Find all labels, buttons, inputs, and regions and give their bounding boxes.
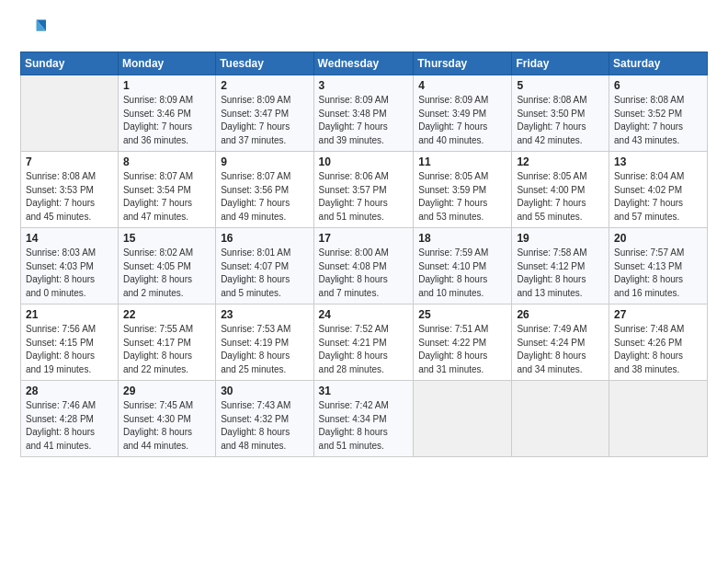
day-number: 12 [517, 155, 604, 168]
day-info: Sunrise: 7:49 AM Sunset: 4:24 PM Dayligh… [517, 323, 604, 376]
day-number: 15 [123, 232, 210, 245]
day-number: 11 [418, 155, 506, 168]
day-number: 31 [319, 385, 409, 397]
day-number: 1 [123, 79, 210, 92]
day-info: Sunrise: 7:51 AM Sunset: 4:22 PM Dayligh… [418, 323, 506, 376]
day-info: Sunrise: 7:58 AM Sunset: 4:12 PM Dayligh… [517, 247, 604, 300]
day-number: 19 [517, 232, 604, 245]
calendar-day-cell: 4Sunrise: 8:09 AM Sunset: 3:49 PM Daylig… [414, 75, 512, 152]
calendar-day-cell: 10Sunrise: 8:06 AM Sunset: 3:57 PM Dayli… [313, 152, 414, 228]
day-info: Sunrise: 8:02 AM Sunset: 4:05 PM Dayligh… [123, 247, 210, 300]
day-info: Sunrise: 7:59 AM Sunset: 4:10 PM Dayligh… [418, 247, 506, 300]
calendar-day-cell: 16Sunrise: 8:01 AM Sunset: 4:07 PM Dayli… [216, 228, 313, 304]
day-number: 20 [614, 232, 702, 245]
weekday-header-cell: Monday [118, 52, 215, 75]
calendar-day-cell: 15Sunrise: 8:02 AM Sunset: 4:05 PM Dayli… [118, 228, 215, 304]
calendar-day-cell [21, 75, 119, 152]
day-info: Sunrise: 8:09 AM Sunset: 3:46 PM Dayligh… [123, 94, 210, 147]
calendar-day-cell: 7Sunrise: 8:08 AM Sunset: 3:53 PM Daylig… [21, 152, 119, 228]
calendar-day-cell: 25Sunrise: 7:51 AM Sunset: 4:22 PM Dayli… [414, 304, 512, 381]
day-info: Sunrise: 7:56 AM Sunset: 4:15 PM Dayligh… [26, 323, 113, 376]
day-number: 22 [123, 308, 210, 321]
calendar-day-cell: 3Sunrise: 8:09 AM Sunset: 3:48 PM Daylig… [313, 75, 414, 152]
calendar-day-cell: 26Sunrise: 7:49 AM Sunset: 4:24 PM Dayli… [512, 304, 609, 381]
calendar-day-cell: 23Sunrise: 7:53 AM Sunset: 4:19 PM Dayli… [216, 304, 313, 381]
weekday-header-cell: Friday [512, 52, 609, 75]
day-number: 7 [26, 155, 113, 168]
day-info: Sunrise: 7:46 AM Sunset: 4:28 PM Dayligh… [26, 399, 113, 453]
day-number: 17 [319, 232, 409, 245]
day-number: 2 [221, 79, 308, 92]
calendar-day-cell: 14Sunrise: 8:03 AM Sunset: 4:03 PM Dayli… [21, 228, 119, 304]
weekday-header-cell: Sunday [21, 52, 119, 75]
calendar-week-row: 1Sunrise: 8:09 AM Sunset: 3:46 PM Daylig… [21, 75, 708, 152]
weekday-header-cell: Saturday [609, 52, 708, 75]
calendar-day-cell: 8Sunrise: 8:07 AM Sunset: 3:54 PM Daylig… [118, 152, 215, 228]
day-info: Sunrise: 8:04 AM Sunset: 4:02 PM Dayligh… [614, 170, 702, 224]
calendar-day-cell: 21Sunrise: 7:56 AM Sunset: 4:15 PM Dayli… [21, 304, 119, 381]
day-info: Sunrise: 8:08 AM Sunset: 3:53 PM Dayligh… [26, 170, 113, 224]
day-number: 4 [418, 79, 506, 92]
calendar-table: SundayMondayTuesdayWednesdayThursdayFrid… [20, 52, 708, 457]
day-info: Sunrise: 7:57 AM Sunset: 4:13 PM Dayligh… [614, 247, 702, 300]
day-info: Sunrise: 7:45 AM Sunset: 4:30 PM Dayligh… [123, 399, 210, 453]
day-number: 18 [418, 232, 506, 245]
logo-icon [20, 17, 46, 42]
day-info: Sunrise: 8:07 AM Sunset: 3:54 PM Dayligh… [123, 170, 210, 224]
calendar-body: 1Sunrise: 8:09 AM Sunset: 3:46 PM Daylig… [21, 75, 708, 457]
day-info: Sunrise: 7:53 AM Sunset: 4:19 PM Dayligh… [221, 323, 308, 376]
calendar-day-cell [609, 381, 708, 457]
day-info: Sunrise: 8:00 AM Sunset: 4:08 PM Dayligh… [319, 247, 409, 300]
calendar-day-cell: 20Sunrise: 7:57 AM Sunset: 4:13 PM Dayli… [609, 228, 708, 304]
calendar-day-cell: 17Sunrise: 8:00 AM Sunset: 4:08 PM Dayli… [313, 228, 414, 304]
day-number: 24 [319, 308, 409, 321]
day-info: Sunrise: 8:01 AM Sunset: 4:07 PM Dayligh… [221, 247, 308, 300]
calendar-day-cell: 2Sunrise: 8:09 AM Sunset: 3:47 PM Daylig… [216, 75, 313, 152]
day-info: Sunrise: 8:09 AM Sunset: 3:48 PM Dayligh… [319, 94, 409, 147]
logo [20, 17, 50, 42]
calendar-day-cell: 31Sunrise: 7:42 AM Sunset: 4:34 PM Dayli… [313, 381, 414, 457]
weekday-header-cell: Tuesday [216, 52, 313, 75]
weekday-header-cell: Thursday [414, 52, 512, 75]
calendar-day-cell: 24Sunrise: 7:52 AM Sunset: 4:21 PM Dayli… [313, 304, 414, 381]
day-info: Sunrise: 8:08 AM Sunset: 3:50 PM Dayligh… [517, 94, 604, 147]
day-number: 14 [26, 232, 113, 245]
day-number: 9 [221, 155, 308, 168]
calendar-week-row: 14Sunrise: 8:03 AM Sunset: 4:03 PM Dayli… [21, 228, 708, 304]
day-number: 30 [221, 385, 308, 397]
day-number: 6 [614, 79, 702, 92]
calendar-day-cell: 12Sunrise: 8:05 AM Sunset: 4:00 PM Dayli… [512, 152, 609, 228]
calendar-day-cell [414, 381, 512, 457]
calendar-day-cell: 30Sunrise: 7:43 AM Sunset: 4:32 PM Dayli… [216, 381, 313, 457]
day-info: Sunrise: 8:08 AM Sunset: 3:52 PM Dayligh… [614, 94, 702, 147]
day-info: Sunrise: 8:05 AM Sunset: 3:59 PM Dayligh… [418, 170, 506, 224]
calendar-day-cell: 29Sunrise: 7:45 AM Sunset: 4:30 PM Dayli… [118, 381, 215, 457]
day-number: 27 [614, 308, 702, 321]
calendar-day-cell [512, 381, 609, 457]
day-number: 29 [123, 385, 210, 397]
calendar-day-cell: 1Sunrise: 8:09 AM Sunset: 3:46 PM Daylig… [118, 75, 215, 152]
day-number: 23 [221, 308, 308, 321]
calendar-day-cell: 18Sunrise: 7:59 AM Sunset: 4:10 PM Dayli… [414, 228, 512, 304]
calendar-day-cell: 22Sunrise: 7:55 AM Sunset: 4:17 PM Dayli… [118, 304, 215, 381]
day-number: 13 [614, 155, 702, 168]
day-info: Sunrise: 8:09 AM Sunset: 3:49 PM Dayligh… [418, 94, 506, 147]
day-number: 28 [26, 385, 113, 397]
calendar-week-row: 21Sunrise: 7:56 AM Sunset: 4:15 PM Dayli… [21, 304, 708, 381]
calendar-day-cell: 5Sunrise: 8:08 AM Sunset: 3:50 PM Daylig… [512, 75, 609, 152]
weekday-header-cell: Wednesday [313, 52, 414, 75]
day-info: Sunrise: 7:43 AM Sunset: 4:32 PM Dayligh… [221, 399, 308, 453]
calendar-day-cell: 11Sunrise: 8:05 AM Sunset: 3:59 PM Dayli… [414, 152, 512, 228]
day-number: 3 [319, 79, 409, 92]
day-number: 25 [418, 308, 506, 321]
day-info: Sunrise: 8:09 AM Sunset: 3:47 PM Dayligh… [221, 94, 308, 147]
day-number: 26 [517, 308, 604, 321]
day-info: Sunrise: 8:05 AM Sunset: 4:00 PM Dayligh… [517, 170, 604, 224]
day-number: 21 [26, 308, 113, 321]
calendar-day-cell: 9Sunrise: 8:07 AM Sunset: 3:56 PM Daylig… [216, 152, 313, 228]
calendar-day-cell: 19Sunrise: 7:58 AM Sunset: 4:12 PM Dayli… [512, 228, 609, 304]
day-number: 16 [221, 232, 308, 245]
calendar-day-cell: 13Sunrise: 8:04 AM Sunset: 4:02 PM Dayli… [609, 152, 708, 228]
day-info: Sunrise: 8:07 AM Sunset: 3:56 PM Dayligh… [221, 170, 308, 224]
calendar-day-cell: 6Sunrise: 8:08 AM Sunset: 3:52 PM Daylig… [609, 75, 708, 152]
